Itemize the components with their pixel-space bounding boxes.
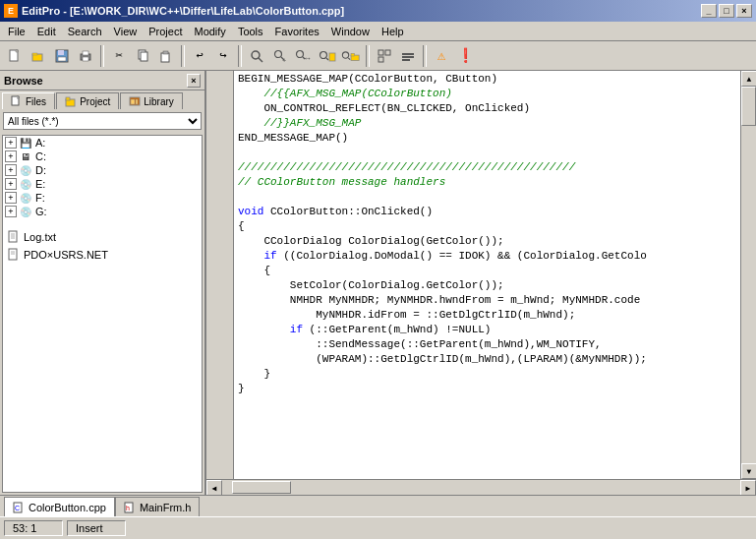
svg-rect-29 <box>385 50 390 55</box>
open-file-tab-mainfrm[interactable]: h MainFrm.h <box>115 497 201 516</box>
scroll-down-button[interactable]: ▼ <box>741 463 756 479</box>
menu-edit[interactable]: Edit <box>31 24 62 39</box>
menu-help[interactable]: Help <box>376 24 410 39</box>
menu-view[interactable]: View <box>108 24 144 39</box>
separator-3 <box>238 45 242 67</box>
expand-f[interactable]: + <box>5 192 17 204</box>
tree-item-e[interactable]: + 💿 E: <box>3 177 202 191</box>
tree-item-d[interactable]: + 💿 D: <box>3 163 202 177</box>
undo-button[interactable]: ↩ <box>189 45 210 67</box>
svg-rect-5 <box>58 57 66 61</box>
drive-label-e: E: <box>35 178 45 190</box>
expand-c[interactable]: + <box>5 150 17 162</box>
svg-text:C: C <box>15 505 20 511</box>
error-button[interactable]: ❗ <box>454 45 476 67</box>
find-button[interactable] <box>246 45 267 67</box>
scroll-left-button[interactable]: ◀ <box>206 480 222 495</box>
svg-point-18 <box>297 50 304 57</box>
drive-icon-f: 💿 <box>19 192 32 204</box>
find-next-button[interactable]: + <box>269 45 291 67</box>
scroll-thumb[interactable] <box>741 87 756 126</box>
replace-button[interactable]: ↔ <box>293 45 315 67</box>
menu-file[interactable]: File <box>2 24 31 39</box>
browse-close-button[interactable]: × <box>187 74 201 88</box>
tree-item-g[interactable]: + 💿 G: <box>3 205 202 218</box>
drive-icon-c: 🖥 <box>19 150 32 162</box>
file-item-pdo[interactable]: PDO×USRS.NET <box>3 246 202 264</box>
browse-tab-library[interactable]: Library <box>120 92 183 109</box>
open-button[interactable] <box>28 45 49 67</box>
browse-header: Browse × <box>0 71 204 90</box>
vertical-scrollbar[interactable]: ▲ ▼ <box>740 71 756 479</box>
svg-text:↔: ↔ <box>305 54 311 63</box>
expand-a[interactable]: + <box>5 137 17 149</box>
find-file-button[interactable] <box>317 45 338 67</box>
line-numbers <box>206 71 234 479</box>
paste-button[interactable] <box>155 45 177 67</box>
print-button[interactable] <box>75 45 96 67</box>
maximize-button[interactable]: □ <box>719 4 734 18</box>
svg-rect-31 <box>402 53 414 55</box>
menu-window[interactable]: Window <box>325 24 376 39</box>
svg-rect-40 <box>9 231 17 242</box>
tool1-button[interactable] <box>374 45 395 67</box>
menu-search[interactable]: Search <box>62 24 108 39</box>
new-button[interactable] <box>4 45 26 67</box>
cut-button[interactable]: ✂ <box>108 45 130 67</box>
menu-modify[interactable]: Modify <box>188 24 231 39</box>
expand-e[interactable]: + <box>5 178 17 190</box>
window-controls: _ □ × <box>701 4 752 18</box>
save-button[interactable] <box>51 45 73 67</box>
file-tree: + 💾 A: + 🖥 C: + 💿 D: + 💿 E: + 💿 <box>2 135 203 493</box>
svg-point-15 <box>275 50 282 57</box>
redo-button[interactable]: ↪ <box>212 45 234 67</box>
svg-rect-10 <box>141 52 147 61</box>
tool2-button[interactable] <box>397 45 419 67</box>
drive-icon-g: 💿 <box>19 206 32 217</box>
menu-bar: File Edit Search View Project Modify Too… <box>0 22 756 41</box>
drive-label-a: A: <box>35 137 45 149</box>
close-button[interactable]: × <box>736 4 752 18</box>
svg-rect-8 <box>83 57 88 61</box>
scroll-h-track[interactable] <box>222 480 740 495</box>
browse-tabs: Files Project Library <box>0 90 204 109</box>
svg-rect-2 <box>32 53 37 55</box>
copy-button[interactable] <box>132 45 153 67</box>
drive-icon-a: 💾 <box>19 137 32 149</box>
scroll-up-button[interactable]: ▲ <box>741 71 756 87</box>
svg-rect-7 <box>83 51 88 55</box>
tree-item-f[interactable]: + 💿 F: <box>3 191 202 205</box>
menu-favorites[interactable]: Favorites <box>269 24 325 39</box>
expand-g[interactable]: + <box>5 206 17 217</box>
expand-d[interactable]: + <box>5 164 17 176</box>
minimize-button[interactable]: _ <box>701 4 717 18</box>
scroll-track[interactable] <box>741 87 756 463</box>
menu-project[interactable]: Project <box>143 24 188 39</box>
open-file-tab-colorbutton[interactable]: C ColorButton.cpp <box>4 497 115 516</box>
drive-label-g: G: <box>35 206 47 217</box>
svg-rect-4 <box>58 50 64 55</box>
warning-button[interactable]: ⚠ <box>431 45 452 67</box>
find-dir-button[interactable] <box>340 45 362 67</box>
scroll-h-thumb[interactable] <box>232 481 291 494</box>
status-mode: Insert <box>67 520 126 536</box>
separator-1 <box>100 45 104 67</box>
svg-rect-39 <box>136 99 138 104</box>
svg-rect-32 <box>402 56 414 58</box>
file-item-log[interactable]: Log.txt <box>3 228 202 246</box>
svg-line-25 <box>348 57 350 59</box>
horizontal-scrollbar[interactable]: ◀ ▶ <box>206 479 756 495</box>
menu-tools[interactable]: Tools <box>232 24 269 39</box>
browse-tab-project-label: Project <box>80 96 110 107</box>
code-container: BEGIN_MESSAGE_MAP(CColorButton, CButton)… <box>206 71 756 479</box>
scroll-right-button[interactable]: ▶ <box>740 480 756 495</box>
file-filter-select[interactable]: All files (*.*) <box>3 112 202 130</box>
svg-rect-44 <box>9 249 17 260</box>
svg-rect-23 <box>329 53 335 61</box>
svg-rect-33 <box>402 59 410 61</box>
browse-tab-files[interactable]: Files <box>2 92 55 109</box>
tree-item-a[interactable]: + 💾 A: <box>3 136 202 150</box>
code-content[interactable]: BEGIN_MESSAGE_MAP(CColorButton, CButton)… <box>234 71 740 479</box>
tree-item-c[interactable]: + 🖥 C: <box>3 150 202 163</box>
browse-tab-project[interactable]: Project <box>56 92 119 109</box>
